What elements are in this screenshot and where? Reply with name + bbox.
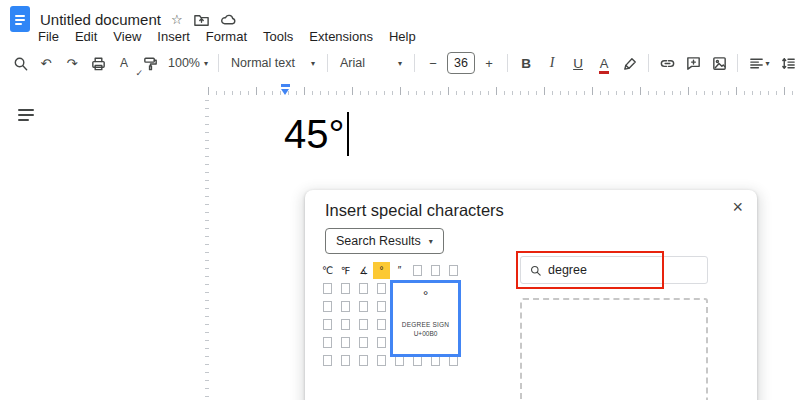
bold-button[interactable]: B	[514, 51, 538, 75]
preview-name: DEGREE SIGN	[402, 321, 449, 328]
first-line-indent-marker[interactable]	[281, 84, 290, 87]
empty-char-cell[interactable]	[337, 316, 354, 333]
line-spacing-icon	[780, 55, 797, 72]
search-icon	[529, 264, 542, 277]
empty-char-cell[interactable]	[409, 262, 426, 279]
empty-char-cell[interactable]	[319, 352, 336, 369]
menu-file[interactable]: File	[30, 27, 67, 46]
chevron-down-icon: ▾	[429, 237, 433, 246]
font-select[interactable]: Arial▾	[334, 51, 408, 75]
menu-insert[interactable]: Insert	[149, 27, 198, 46]
empty-char-cell[interactable]	[427, 262, 444, 279]
italic-button[interactable]: I	[540, 51, 564, 75]
divider	[648, 54, 649, 72]
char-cell[interactable]: ∡	[355, 262, 372, 279]
spellcheck-button[interactable]: A✓	[112, 51, 136, 75]
minus-icon: −	[429, 56, 437, 71]
empty-char-cell[interactable]	[355, 352, 372, 369]
char-search-box[interactable]	[520, 256, 708, 284]
search-menus-button[interactable]	[8, 51, 32, 75]
empty-char-cell[interactable]	[355, 280, 372, 297]
placeholder-glyph	[431, 265, 440, 276]
horizontal-ruler[interactable]	[208, 84, 800, 97]
selected-char-preview[interactable]: ° DEGREE SIGN U+00B0	[390, 280, 461, 357]
google-docs-app: Untitled document ☆ File Edit View Inser…	[0, 0, 800, 400]
document-title[interactable]: Untitled document	[40, 11, 161, 28]
placeholder-glyph	[341, 283, 350, 294]
show-outline-button[interactable]	[18, 106, 34, 124]
char-search-input[interactable]	[548, 263, 668, 277]
empty-char-cell[interactable]	[355, 334, 372, 351]
chevron-down-icon: ▾	[398, 59, 402, 68]
empty-char-cell[interactable]	[355, 316, 372, 333]
placeholder-glyph	[377, 301, 386, 312]
toolbar: ↶ ↷ A✓ 100%▾ Normal text▾ Arial▾ − 36 + …	[8, 48, 800, 78]
menu-tools[interactable]: Tools	[255, 27, 301, 46]
underline-button[interactable]: U	[566, 51, 590, 75]
char-cell[interactable]: ″	[391, 262, 408, 279]
empty-char-cell[interactable]	[319, 316, 336, 333]
placeholder-glyph	[323, 283, 332, 294]
left-indent-marker[interactable]	[281, 89, 289, 95]
empty-char-cell[interactable]	[355, 298, 372, 315]
redo-icon: ↷	[67, 56, 78, 71]
category-filter-dropdown[interactable]: Search Results ▾	[325, 228, 444, 254]
empty-char-cell[interactable]	[319, 334, 336, 351]
move-folder-icon[interactable]	[193, 11, 210, 28]
draw-symbol-area[interactable]: Draw a symbol here	[520, 298, 708, 400]
add-comment-button[interactable]	[681, 51, 705, 75]
empty-char-cell[interactable]	[373, 352, 390, 369]
empty-char-cell[interactable]	[373, 334, 390, 351]
empty-char-cell[interactable]	[337, 352, 354, 369]
placeholder-glyph	[323, 337, 332, 348]
menu-format[interactable]: Format	[198, 27, 255, 46]
star-icon[interactable]: ☆	[171, 13, 183, 26]
zoom-select[interactable]: 100%▾	[164, 56, 212, 70]
empty-char-cell[interactable]	[373, 298, 390, 315]
empty-char-cell[interactable]	[373, 316, 390, 333]
align-left-icon	[748, 55, 765, 72]
document-text: 45°	[284, 112, 345, 157]
decrease-font-size-button[interactable]: −	[421, 51, 445, 75]
insert-link-button[interactable]	[655, 51, 679, 75]
placeholder-glyph	[377, 319, 386, 330]
font-size-input[interactable]: 36	[447, 52, 475, 74]
empty-char-cell[interactable]	[373, 280, 390, 297]
line-spacing-button[interactable]	[776, 51, 800, 75]
char-cell[interactable]: °	[373, 262, 390, 279]
print-button[interactable]	[86, 51, 110, 75]
placeholder-glyph	[341, 319, 350, 330]
print-icon	[90, 55, 107, 72]
empty-char-cell[interactable]	[337, 298, 354, 315]
undo-button[interactable]: ↶	[34, 51, 58, 75]
empty-char-cell[interactable]	[337, 280, 354, 297]
menu-extensions[interactable]: Extensions	[301, 27, 381, 46]
divider	[218, 54, 219, 72]
menu-view[interactable]: View	[105, 27, 149, 46]
close-icon[interactable]: ×	[732, 198, 743, 216]
vertical-ruler[interactable]	[202, 100, 211, 400]
insert-image-button[interactable]	[707, 51, 731, 75]
docs-logo-icon[interactable]	[10, 6, 30, 32]
empty-char-cell[interactable]	[445, 262, 462, 279]
search-icon	[12, 55, 29, 72]
preview-char: °	[423, 289, 428, 303]
placeholder-glyph	[323, 319, 332, 330]
menu-edit[interactable]: Edit	[67, 27, 105, 46]
divider	[507, 54, 508, 72]
document-canvas[interactable]: 45°	[284, 112, 349, 157]
paint-roller-icon	[142, 55, 159, 72]
cloud-status-icon[interactable]	[220, 11, 237, 28]
text-color-button[interactable]: A	[592, 51, 616, 75]
redo-button[interactable]: ↷	[60, 51, 84, 75]
empty-char-cell[interactable]	[319, 280, 336, 297]
empty-char-cell[interactable]	[337, 334, 354, 351]
empty-char-cell[interactable]	[319, 298, 336, 315]
align-button[interactable]: ▾	[744, 51, 774, 75]
char-cell[interactable]: ℉	[337, 262, 354, 279]
menu-help[interactable]: Help	[381, 27, 424, 46]
paragraph-style-select[interactable]: Normal text▾	[225, 51, 321, 75]
increase-font-size-button[interactable]: +	[477, 51, 501, 75]
char-cell[interactable]: ℃	[319, 262, 336, 279]
highlight-color-button[interactable]	[618, 51, 642, 75]
